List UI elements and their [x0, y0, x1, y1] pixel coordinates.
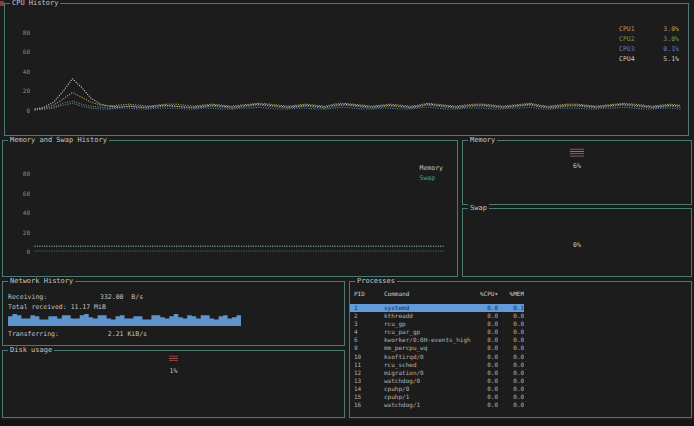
process-command: kthreadd [384, 312, 474, 320]
svg-text:0: 0 [26, 248, 30, 255]
svg-text:20: 20 [23, 229, 31, 236]
header-command[interactable]: Command [384, 289, 474, 298]
svg-text:40: 40 [23, 68, 31, 75]
process-mem: 0.0 [498, 336, 524, 344]
legend-entry-cpu4: CPU45.1% [619, 54, 679, 64]
process-pid: 1 [354, 304, 384, 312]
process-cpu: 0.0 [474, 320, 498, 328]
process-row[interactable]: 2kthreadd0.00.0 [350, 312, 524, 320]
process-row[interactable]: 9mm_percpu_wq0.00.0 [350, 344, 524, 352]
disk-usage-title: Disk usage [8, 346, 54, 355]
process-mem: 0.0 [498, 369, 524, 377]
process-pid: 3 [354, 320, 384, 328]
legend-series-name: CPU4 [619, 54, 635, 64]
receiving-label: Receiving: [8, 292, 100, 302]
legend-entry-cpu1: CPU13.0% [619, 24, 679, 34]
header-cpu-sort[interactable]: %CPU▾ [474, 289, 498, 298]
legend-series-name: CPU3 [619, 44, 635, 54]
header-mem[interactable]: %MEM [498, 289, 524, 298]
swap-gauge: 0% [463, 209, 691, 249]
process-command: migration/0 [384, 369, 474, 377]
memory-swap-legend: MemorySwap [420, 163, 443, 183]
process-row[interactable]: 16watchdog/10.00.0 [350, 401, 524, 409]
network-receiving-row: Receiving:332.00 B/s [3, 292, 344, 302]
process-cpu: 0.0 [474, 401, 498, 409]
process-command: kworker/0:0H-events_high [384, 336, 474, 344]
process-row[interactable]: 4rcu_par_gp0.00.0 [350, 328, 524, 336]
process-row[interactable]: 14cpuhp/00.00.0 [350, 385, 524, 393]
svg-text:60: 60 [23, 48, 31, 55]
process-mem: 0.0 [498, 385, 524, 393]
network-history-title: Network History [8, 277, 75, 286]
process-mem: 0.0 [498, 393, 524, 401]
process-cpu: 0.0 [474, 361, 498, 369]
process-row[interactable]: 10ksoftirqd/00.00.0 [350, 353, 524, 361]
header-pid[interactable]: PID [354, 289, 384, 298]
svg-text:20: 20 [23, 87, 31, 94]
process-row[interactable]: 6kworker/0:0H-events_high0.00.0 [350, 336, 524, 344]
process-mem: 0.0 [498, 328, 524, 336]
process-pid: 4 [354, 328, 384, 336]
legend-series-value: 5.1% [663, 54, 679, 64]
process-cpu: 0.0 [474, 377, 498, 385]
process-row[interactable]: 13watchdog/00.00.0 [350, 377, 524, 385]
memory-gauge-title: Memory [468, 136, 497, 145]
process-mem: 0.0 [498, 401, 524, 409]
process-row[interactable]: 15cpuhp/10.00.0 [350, 393, 524, 401]
memory-swap-history-panel: Memory and Swap History 020406080 Memory… [2, 140, 458, 277]
swap-gauge-panel: Swap 0% [462, 208, 692, 277]
process-command: watchdog/1 [384, 401, 474, 409]
network-history-panel: Network History Receiving:332.00 B/s Tot… [2, 281, 345, 346]
process-mem: 0.0 [498, 344, 524, 352]
svg-text:80: 80 [23, 170, 31, 177]
process-pid: 9 [354, 344, 384, 352]
legend-entry-memory: Memory [420, 163, 443, 173]
process-pid: 11 [354, 361, 384, 369]
process-cpu: 0.0 [474, 353, 498, 361]
cpu-history-chart: 020406080 [7, 5, 686, 133]
process-mem: 0.0 [498, 320, 524, 328]
memory-gauge-dots [570, 148, 584, 157]
legend-series-name: Memory [420, 163, 443, 173]
total-received-label: Total received: [8, 303, 71, 311]
memory-swap-history-chart: 020406080 [5, 143, 455, 274]
process-pid: 16 [354, 401, 384, 409]
memory-gauge-percent: 6% [573, 162, 581, 170]
cpu-history-panel: CPU History 020406080 CPU13.0%CPU23.0%CP… [4, 3, 689, 136]
processes-panel: Processes PID Command %CPU▾ %MEM 1system… [349, 281, 692, 418]
legend-entry-cpu2: CPU23.0% [619, 34, 679, 44]
process-cpu: 0.0 [474, 312, 498, 320]
memory-gauge: 6% [463, 141, 691, 170]
process-row[interactable]: 12migration/00.00.0 [350, 369, 524, 377]
process-cpu: 0.0 [474, 304, 498, 312]
disk-gauge-percent: 1% [170, 367, 178, 375]
cpu-history-title: CPU History [10, 0, 60, 8]
process-row[interactable]: 11rcu_sched0.00.0 [350, 361, 524, 369]
network-receiving-sparkline [8, 313, 241, 326]
svg-text:40: 40 [23, 209, 31, 216]
process-pid: 12 [354, 369, 384, 377]
legend-series-name: CPU1 [619, 24, 635, 34]
process-row[interactable]: 3rcu_gp0.00.0 [350, 320, 524, 328]
legend-series-name: CPU2 [619, 34, 635, 44]
swap-gauge-title: Swap [468, 204, 489, 213]
process-command: watchdog/0 [384, 377, 474, 385]
process-command: rcu_sched [384, 361, 474, 369]
process-row[interactable]: 1systemd0.00.1 [350, 304, 524, 312]
transferring-label: Transferring: [8, 329, 100, 339]
process-cpu: 0.0 [474, 344, 498, 352]
total-received-value: 11.17 MiB [71, 303, 106, 311]
process-cpu: 0.0 [474, 336, 498, 344]
network-total-received-row: Total received: 11.17 MiB [3, 302, 344, 312]
process-cpu: 0.0 [474, 328, 498, 336]
cpu-legend: CPU13.0%CPU23.0%CPU30.1%CPU45.1% [619, 24, 679, 64]
legend-series-name: Swap [420, 173, 436, 183]
process-pid: 2 [354, 312, 384, 320]
memory-gauge-panel: Memory 6% [462, 140, 692, 205]
process-pid: 14 [354, 385, 384, 393]
process-mem: 0.0 [498, 361, 524, 369]
memory-swap-history-title: Memory and Swap History [8, 136, 109, 145]
network-transferring-row: Transferring: 2.21 KiB/s [3, 329, 344, 339]
process-pid: 6 [354, 336, 384, 344]
process-command: mm_percpu_wq [384, 344, 474, 352]
